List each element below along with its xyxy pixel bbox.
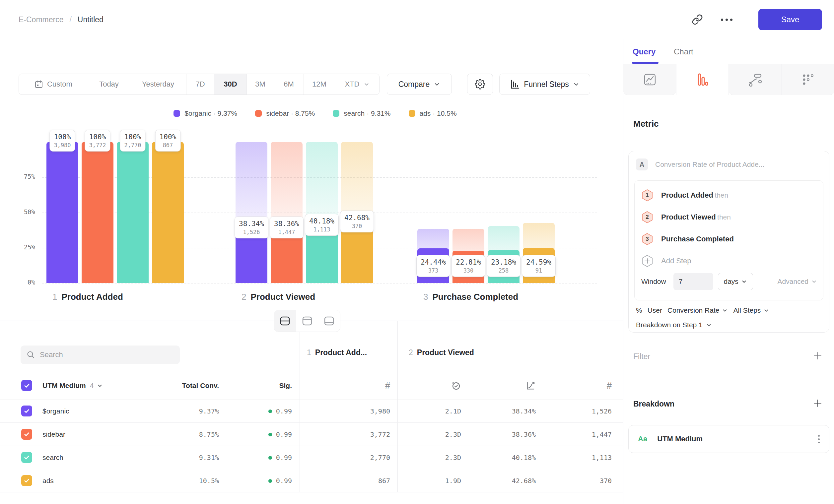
legend-item-search[interactable]: search · 9.31% — [333, 109, 391, 117]
range-12m[interactable]: 12M — [304, 74, 335, 94]
measure-metric-dropdown[interactable]: Conversion Rate — [667, 306, 728, 314]
group-column-label: UTM Medium — [42, 382, 86, 390]
count-column-icon[interactable]: # — [370, 378, 390, 393]
bar-ads-step1[interactable] — [152, 142, 184, 283]
funnel-chart-icon — [510, 79, 520, 89]
bar-organic-step1[interactable] — [46, 142, 78, 283]
bar-ads-step2[interactable] — [341, 223, 373, 283]
save-button[interactable]: Save — [759, 9, 822, 30]
bar-sidebar-step3[interactable] — [453, 251, 484, 283]
breadcrumb-current[interactable]: Untitled — [78, 15, 104, 24]
breakdown-property-name: UTM Medium — [657, 435, 703, 443]
ellipsis-icon — [721, 19, 732, 21]
add-step-hexagon-icon — [641, 255, 653, 267]
link-icon — [692, 14, 703, 25]
tab-funnel-chart[interactable] — [676, 64, 729, 95]
range-label: 12M — [312, 80, 326, 89]
bar-organic-step3[interactable] — [417, 248, 449, 283]
total-conv-header[interactable]: Total Conv. — [182, 376, 219, 395]
more-options-button[interactable] — [718, 10, 736, 28]
sig-header[interactable]: Sig. — [279, 376, 292, 395]
query-step-3[interactable]: 3Purchase Completed — [641, 229, 734, 249]
add-filter-button[interactable] — [813, 351, 823, 361]
range-3m[interactable]: 3M — [246, 74, 274, 94]
layout-table-only-button[interactable] — [318, 310, 340, 331]
metric-header[interactable]: A Conversion Rate of Product Adde... — [636, 159, 764, 170]
row-sig: 0.99 — [268, 446, 292, 469]
kebab-menu-icon[interactable] — [818, 435, 820, 443]
row-checkbox[interactable] — [21, 475, 32, 486]
count-column-icon[interactable]: # — [592, 378, 612, 393]
group-column-header[interactable]: UTM Medium 4 — [42, 376, 103, 395]
chevron-down-icon — [722, 307, 728, 313]
bar-search-step3[interactable] — [488, 250, 520, 283]
step-number: 1 — [307, 348, 311, 357]
compare-button[interactable]: Compare — [387, 74, 452, 95]
legend-label: ads · 10.5% — [420, 109, 457, 117]
window-unit-select[interactable]: days — [718, 273, 753, 290]
tab-line-chart[interactable] — [623, 64, 676, 95]
layout-chart-only-button[interactable] — [296, 310, 318, 331]
bar-organic-step2[interactable] — [236, 229, 267, 283]
top-panel-view-icon — [302, 316, 312, 326]
select-all-checkbox[interactable] — [21, 380, 32, 391]
step-name: Product Added — [61, 292, 123, 302]
tab-flow-chart[interactable] — [729, 64, 782, 95]
row-total-conv: 10.5% — [199, 469, 219, 492]
measure-metric-label: Conversion Rate — [667, 306, 719, 314]
property-type-badge: Aa — [638, 435, 647, 443]
measure-entity[interactable]: User — [648, 306, 662, 314]
chart-settings-button[interactable] — [467, 74, 493, 95]
range-30d[interactable]: 30D — [214, 74, 246, 94]
bar-ads-step3[interactable] — [523, 248, 555, 283]
range-yesterday[interactable]: Yesterday — [130, 74, 186, 94]
window-value-input[interactable] — [674, 273, 713, 290]
row-name: search — [42, 446, 63, 469]
measure-scope-label: All Steps — [733, 306, 761, 314]
row-conversion: 38.34% — [512, 399, 536, 423]
tab-chart[interactable]: Chart — [674, 44, 693, 60]
breakdown-on-dropdown[interactable]: Breakdown on Step 1 — [636, 321, 712, 329]
breadcrumb-project[interactable]: E-Commerce — [19, 15, 63, 24]
query-step-2[interactable]: 2Product Viewed then — [641, 207, 731, 227]
legend-item-sidebar[interactable]: sidebar · 8.75% — [255, 109, 315, 117]
step-name: Product Add... — [315, 348, 367, 357]
range-custom[interactable]: Custom — [19, 74, 88, 94]
bar-search-step2[interactable] — [306, 226, 338, 283]
query-step-1[interactable]: 1Product Added then — [641, 185, 728, 205]
legend-label: search · 9.31% — [344, 109, 391, 117]
chevron-down-icon — [706, 322, 712, 328]
chart-type-dropdown[interactable]: Funnel Steps — [499, 74, 590, 95]
share-link-button[interactable] — [688, 10, 706, 28]
breakdown-property-card[interactable]: Aa UTM Medium — [628, 425, 829, 453]
row-checkbox[interactable] — [21, 452, 32, 463]
bar-sidebar-step2[interactable] — [271, 229, 303, 283]
range-today[interactable]: Today — [88, 74, 130, 94]
bar-search-step1[interactable] — [117, 142, 149, 283]
row-checkbox[interactable] — [21, 429, 32, 440]
tab-query[interactable]: Query — [633, 44, 656, 60]
legend-item-ads[interactable]: ads · 10.5% — [409, 109, 457, 117]
step-event-name: Purchase Completed — [661, 235, 734, 243]
add-breakdown-button[interactable] — [813, 398, 823, 408]
main-content: CustomTodayYesterday7D30D3M6M12MXTD Comp… — [0, 39, 623, 504]
conversion-column-icon[interactable] — [516, 378, 536, 393]
advanced-toggle[interactable]: Advanced — [777, 277, 817, 285]
range-6m[interactable]: 6M — [274, 74, 304, 94]
legend-item-organic[interactable]: $organic · 9.37% — [174, 109, 237, 117]
legend-swatch — [409, 110, 415, 117]
bar-sidebar-step1[interactable] — [82, 142, 113, 283]
range-7d[interactable]: 7D — [186, 74, 214, 94]
table-row-search: search9.31%0.992,7702.3D40.18%1,113 — [0, 446, 623, 469]
measure-scope-dropdown[interactable]: All Steps — [733, 306, 769, 314]
row-checkbox[interactable] — [21, 406, 32, 416]
layout-split-button[interactable] — [274, 310, 296, 331]
dots-grid-icon — [802, 73, 815, 86]
chart-kind-tabs — [623, 64, 834, 95]
tab-retention-chart[interactable] — [782, 64, 834, 95]
avg-time-column-icon[interactable] — [441, 378, 461, 393]
range-xtd[interactable]: XTD — [335, 74, 379, 94]
search-input[interactable] — [40, 350, 166, 359]
add-step-button[interactable]: Add Step — [641, 251, 692, 271]
range-label: 30D — [224, 80, 237, 89]
